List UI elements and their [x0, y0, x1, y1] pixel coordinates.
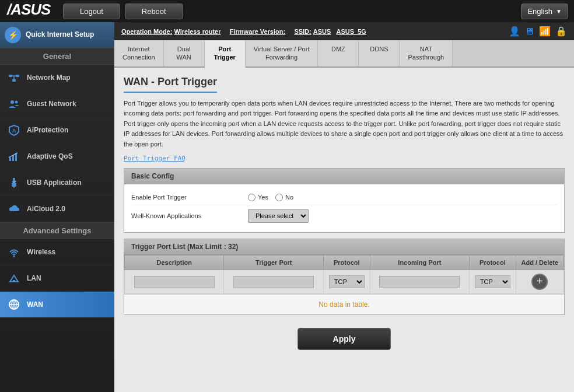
svg-point-19: [13, 256, 15, 257]
sidebar-item-guest-network[interactable]: Guest Network: [0, 91, 114, 117]
tab-port-trigger[interactable]: PortTrigger: [205, 40, 246, 68]
chevron-down-icon: ▼: [556, 8, 562, 15]
content-area: Operation Mode: Wireless router Firmware…: [114, 22, 574, 392]
no-radio-label[interactable]: No: [275, 194, 293, 201]
lan-icon: [7, 271, 21, 285]
sidebar-item-network-map[interactable]: Network Map: [0, 65, 114, 91]
trigger-port-input[interactable]: [233, 276, 314, 288]
svg-rect-15: [13, 187, 15, 188]
reboot-button[interactable]: Reboot: [125, 4, 183, 19]
sidebar-item-aiprotection[interactable]: A AiProtection: [0, 117, 114, 144]
wireless-icon: [7, 245, 21, 259]
quick-setup-label: Quick Internet Setup: [26, 30, 94, 40]
wireless-label: Wireless: [27, 248, 55, 256]
lock-icon[interactable]: 🔒: [555, 26, 567, 37]
col-protocol-1: Protocol: [323, 255, 370, 270]
quick-setup-icon: ⚡: [5, 27, 21, 43]
basic-config-section: Basic Config Enable Port Trigger Yes No: [124, 168, 565, 233]
wifi-icon[interactable]: 📶: [539, 26, 551, 37]
wan-label: WAN: [27, 300, 43, 309]
lan-label: LAN: [27, 274, 41, 282]
general-section-title: General: [0, 48, 114, 65]
network-map-label: Network Map: [27, 74, 71, 82]
sidebar-item-usb-application[interactable]: USB Application: [0, 170, 114, 196]
table-input-row: TCP UDP BOTH TCP: [125, 270, 564, 293]
no-data-message: No data in table.: [124, 294, 564, 314]
protocol-2-select[interactable]: TCP UDP BOTH: [475, 275, 510, 288]
no-radio[interactable]: [275, 194, 283, 201]
apply-button[interactable]: Apply: [298, 328, 391, 350]
protocol-1-select[interactable]: TCP UDP BOTH: [329, 275, 365, 288]
sidebar: ⚡ Quick Internet Setup General Network M…: [0, 22, 114, 392]
topbar: /ASUS Logout Reboot English ▼: [0, 0, 574, 22]
advanced-section-title: Advanced Settings: [0, 222, 114, 239]
col-add-delete: Add / Delete: [516, 255, 564, 270]
yes-radio-label[interactable]: Yes: [248, 194, 268, 201]
sidebar-item-lan[interactable]: LAN: [0, 265, 114, 292]
header-icons: 👤 🖥 📶 🔒: [509, 26, 567, 37]
svg-rect-3: [12, 79, 16, 82]
yes-radio[interactable]: [248, 194, 256, 201]
incoming-port-input[interactable]: [379, 276, 460, 288]
language-selector[interactable]: English ▼: [521, 4, 568, 19]
svg-text:/ASUS: /ASUS: [6, 1, 51, 18]
operation-mode-info: Operation Mode: Wireless router Firmware…: [121, 28, 366, 35]
usb-application-label: USB Application: [27, 178, 82, 187]
guest-network-icon: [7, 97, 21, 111]
sidebar-item-wireless[interactable]: Wireless: [0, 239, 114, 265]
svg-rect-20: [13, 280, 15, 282]
adaptive-qos-label: Adaptive QoS: [27, 152, 73, 160]
description-input[interactable]: [134, 276, 215, 288]
tab-dual-wan[interactable]: DualWAN: [164, 40, 205, 66]
well-known-apps-label: Well-Known Applications: [131, 212, 248, 219]
user-icon[interactable]: 👤: [509, 26, 520, 37]
trigger-port-cell: [224, 270, 323, 293]
add-button[interactable]: +: [531, 274, 548, 290]
basic-config-body: Enable Port Trigger Yes No: [124, 184, 564, 232]
operation-mode-label: Operation Mode:: [121, 28, 172, 35]
firmware-label: Firmware Version:: [230, 28, 285, 35]
faq-link[interactable]: Port Trigger FAQ: [124, 155, 565, 162]
sidebar-item-adaptive-qos[interactable]: Adaptive QoS: [0, 144, 114, 170]
svg-text:A: A: [12, 128, 16, 134]
col-protocol-2: Protocol: [470, 255, 516, 270]
description-cell: [125, 270, 224, 293]
wan-icon: [7, 298, 21, 312]
protocol-2-cell: TCP UDP BOTH: [470, 270, 516, 293]
yes-radio-text: Yes: [258, 194, 268, 201]
incoming-port-cell: [370, 270, 469, 293]
basic-config-header: Basic Config: [124, 169, 564, 184]
quick-internet-setup[interactable]: ⚡ Quick Internet Setup: [0, 22, 114, 48]
enable-port-trigger-control: Yes No: [248, 194, 293, 201]
ssid-5g-value: ASUS_5G: [337, 28, 366, 35]
network-icon[interactable]: 🖥: [525, 26, 534, 37]
protocol-1-cell: TCP UDP BOTH: [323, 270, 370, 293]
tab-virtual-server[interactable]: Virtual Server / PortForwarding: [246, 40, 318, 66]
page-description: Port Trigger allows you to temporarily o…: [124, 99, 565, 150]
tab-nat-passthrough[interactable]: NATPassthrough: [400, 40, 453, 66]
col-description: Description: [125, 255, 224, 270]
tab-ddns[interactable]: DDNS: [359, 40, 400, 66]
aicloud-icon: [7, 202, 21, 216]
no-radio-text: No: [285, 194, 293, 201]
trigger-port-list-header: Trigger Port List (Max Limit : 32): [124, 239, 564, 255]
content-header: Operation Mode: Wireless router Firmware…: [114, 22, 574, 40]
network-map-icon: [7, 71, 21, 85]
sidebar-item-wan[interactable]: WAN: [0, 292, 114, 318]
trigger-port-table: Description Trigger Port Protocol Incomi…: [124, 255, 564, 294]
ssid-label: SSID:: [294, 28, 311, 35]
trigger-port-list-section: Trigger Port List (Max Limit : 32) Descr…: [124, 239, 565, 315]
enable-port-trigger-row: Enable Port Trigger Yes No: [131, 190, 557, 205]
well-known-apps-select[interactable]: Please select: [248, 209, 309, 223]
sidebar-item-aicloud[interactable]: AiCloud 2.0: [0, 196, 114, 222]
usb-application-icon: [7, 176, 21, 190]
tabs-bar: InternetConnection DualWAN PortTrigger V…: [114, 40, 574, 68]
svg-point-6: [10, 100, 14, 104]
svg-rect-9: [9, 158, 11, 161]
well-known-apps-row: Well-Known Applications Please select: [131, 205, 557, 226]
apply-bar: Apply: [124, 321, 565, 357]
tab-dmz[interactable]: DMZ: [318, 40, 359, 66]
logout-button[interactable]: Logout: [63, 4, 120, 19]
tab-internet-connection[interactable]: InternetConnection: [114, 40, 164, 66]
svg-rect-1: [9, 75, 12, 77]
